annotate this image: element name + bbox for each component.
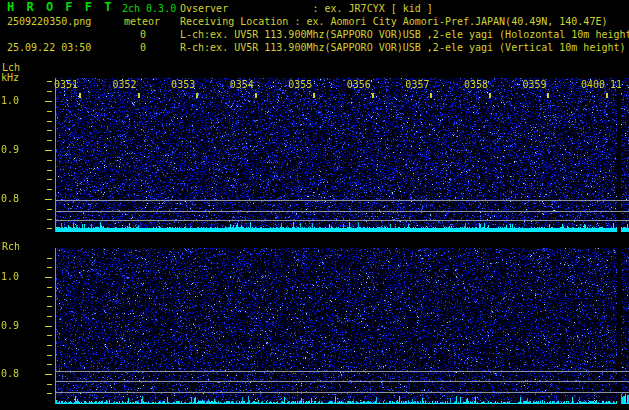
time-label-0355: 0355	[288, 79, 312, 90]
lch-freq-tick	[47, 160, 52, 161]
rch-freq-tick	[47, 296, 52, 297]
minute-tick-0351	[79, 93, 81, 98]
rch-freq-tick	[47, 287, 52, 288]
rch-channel-label: Rch	[2, 241, 20, 252]
rch-carrier-line-3	[56, 392, 629, 393]
lch-freq-tick	[47, 219, 52, 220]
lch-receiver-info-line: L-ch:ex. UV5R 113.900Mhz(SAPPORO VOR)USB…	[180, 29, 629, 40]
mode-label: meteor	[124, 16, 160, 27]
observer-info-line: Ovserver : ex. JR7CYX [ kid ]	[180, 3, 433, 14]
lch-freq-tick	[45, 199, 52, 200]
lch-freq-tick	[45, 150, 52, 151]
rch-freq-tick	[47, 335, 52, 336]
lch-spectrogram-canvas	[56, 78, 629, 232]
rch-freq-tick	[45, 277, 52, 278]
minute-tick-0359	[547, 93, 549, 98]
lch-freq-tick	[47, 130, 52, 131]
minute-tick-0355	[313, 93, 315, 98]
rch-freq-tick	[47, 267, 52, 268]
lch-freq-tick	[47, 179, 52, 180]
rch-freq-tick	[45, 326, 52, 327]
rch-meteor-count: 0	[140, 42, 146, 53]
minute-tick-0352	[138, 93, 140, 98]
observation-datetime: 25.09.22 03:50	[7, 42, 91, 53]
time-label-0352: 0352	[113, 79, 137, 90]
rch-freq-tick	[47, 306, 52, 307]
rch-receiver-info-line: R-ch:ex. UV5R 113.900Mhz(SAPPORO VOR)USB…	[180, 42, 626, 53]
location-info-line: Receiving Location : ex. Aomori City Aom…	[180, 16, 607, 27]
rch-freq-tick	[47, 364, 52, 365]
rch-freq-tick	[47, 355, 52, 356]
lch-freq-label-1.0: 1.0	[1, 95, 19, 106]
lch-freq-tick	[47, 189, 52, 190]
partial-time-label: 11	[610, 79, 621, 90]
minute-tick-0353	[196, 93, 198, 98]
lch-meteor-count: 0	[140, 29, 146, 40]
lch-carrier-line-3	[56, 220, 629, 221]
rch-freq-tick	[47, 384, 52, 385]
minute-tick-0358	[489, 93, 491, 98]
rch-freq-label-0.9: 0.9	[1, 320, 19, 331]
rch-freq-tick	[47, 345, 52, 346]
time-label-0358: 0358	[464, 79, 488, 90]
lch-freq-tick	[47, 121, 52, 122]
time-label-0354: 0354	[230, 79, 254, 90]
lch-freq-tick	[47, 228, 52, 229]
minute-tick-0354	[255, 93, 257, 98]
lch-freq-tick	[47, 140, 52, 141]
lch-carrier-line-2	[56, 211, 629, 212]
rch-carrier-line-2	[56, 381, 629, 382]
rch-freq-tick	[47, 393, 52, 394]
rch-freq-tick	[47, 316, 52, 317]
time-label-0359: 0359	[522, 79, 546, 90]
lch-carrier-line-1	[56, 200, 629, 201]
rch-freq-label-1.0: 1.0	[1, 271, 19, 282]
lch-freq-tick	[47, 170, 52, 171]
lch-freq-tick	[47, 209, 52, 210]
lch-freq-label-0.8: 0.8	[1, 193, 19, 204]
lch-freq-tick	[47, 111, 52, 112]
time-label-0353: 0353	[171, 79, 195, 90]
time-label-0356: 0356	[347, 79, 371, 90]
lch-freq-tick	[45, 101, 52, 102]
time-label-0351: 0351	[54, 79, 78, 90]
rch-carrier-line-1	[56, 371, 629, 372]
minute-tick-0400	[606, 93, 608, 98]
lch-freq-tick	[47, 91, 52, 92]
lch-y-axis-line	[55, 78, 56, 232]
time-label-0400: 0400	[581, 79, 605, 90]
minute-tick-0357	[430, 93, 432, 98]
rch-freq-label-0.8: 0.8	[1, 368, 19, 379]
app-version: 2ch 0.3.0	[122, 3, 176, 14]
minute-tick-0356	[372, 93, 374, 98]
hrofft-window: H R O F F T 2ch 0.3.0 2509220350.png met…	[0, 0, 629, 410]
app-title: H R O F F T	[7, 2, 114, 13]
rch-freq-tick	[45, 374, 52, 375]
lch-freq-tick	[47, 81, 52, 82]
time-label-0357: 0357	[405, 79, 429, 90]
lch-unit-label: kHz	[1, 72, 19, 83]
lch-freq-label-0.9: 0.9	[1, 144, 19, 155]
output-filename: 2509220350.png	[7, 16, 91, 27]
rch-freq-tick	[47, 258, 52, 259]
